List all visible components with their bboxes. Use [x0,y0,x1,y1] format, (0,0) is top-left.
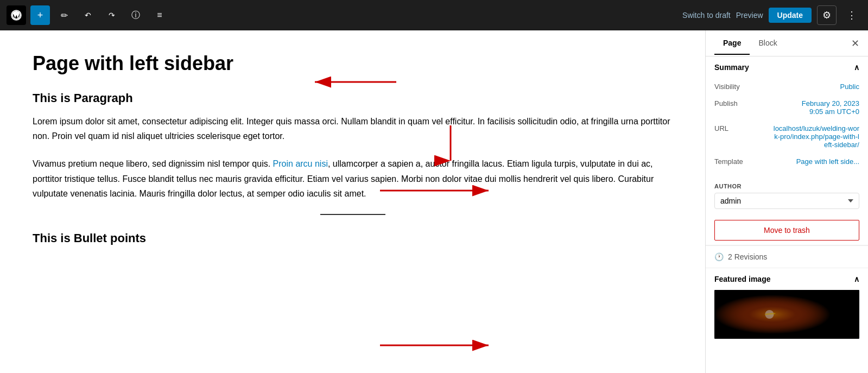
paragraph-link[interactable]: Proin arcu nisi [273,159,328,168]
revisions-label: 2 Revisions [728,252,767,261]
list-icon: ≡ [157,10,162,20]
toolbar-right: Switch to draft Preview Update ⚙ ⋮ [682,5,861,25]
template-label: Template [714,157,743,166]
author-select[interactable]: admin [714,193,859,209]
visibility-label: Visibility [714,83,740,91]
publish-row: Publish February 20, 2023 9:05 am UTC+0 [714,95,859,120]
info-icon: ⓘ [131,10,140,21]
publish-label: Publish [714,99,738,108]
settings-button[interactable]: ⚙ [817,5,837,25]
tab-page[interactable]: Page [714,32,750,55]
info-button[interactable]: ⓘ [126,5,145,25]
featured-image-placeholder[interactable] [714,290,859,339]
switch-to-draft-button[interactable]: Switch to draft [682,11,731,20]
url-value[interactable]: localhost/luzuk/welding-work-pro/index.p… [772,124,859,149]
svg-line-12 [765,313,775,314]
url-row: URL localhost/luzuk/welding-work-pro/ind… [714,120,859,153]
paragraph-1: Lorem ipsum dolor sit amet, consectetur … [33,114,673,143]
visibility-row: Visibility Public [714,78,859,95]
template-row: Template Page with left side... [714,153,859,170]
page-title: Page with left sidebar [33,52,673,75]
gear-icon: ⚙ [822,9,831,21]
summary-section-content: Visibility Public Publish February 20, 2… [706,78,868,179]
more-options-button[interactable]: ⋮ [842,5,861,25]
featured-image-collapse-icon: ∧ [854,275,859,283]
paragraph-2: Vivamus pretium neque libero, sed dignis… [33,156,673,201]
featured-image-label: Featured image [714,275,770,283]
bullet-heading: This is Bullet points [33,231,673,245]
main-area: Page with left sidebar This is Paragraph… [0,30,868,373]
featured-image-section: Featured image ∧ [706,268,868,347]
paragraph-heading: This is Paragraph [33,91,673,105]
redo-icon: ↷ [109,11,115,20]
revisions-icon: 🕐 [714,252,724,261]
editor-area: Page with left sidebar This is Paragraph… [0,30,705,373]
sidebar-panel: Page Block ✕ Summary ∧ Visibility Public [705,30,868,373]
add-button[interactable]: + [30,5,50,25]
plus-icon: + [37,10,43,21]
undo-icon: ↶ [85,11,91,20]
list-view-button[interactable]: ≡ [150,5,169,25]
sidebar-tab-group: Page Block [714,32,786,55]
featured-image-header[interactable]: Featured image ∧ [706,268,868,290]
visibility-value[interactable]: Public [840,83,859,91]
toolbar-left: + ✏ ↶ ↷ ⓘ ≡ [7,5,169,25]
author-section: AUTHOR admin [706,179,868,216]
edit-icon: ✏ [61,10,68,21]
svg-rect-10 [714,290,859,339]
update-button[interactable]: Update [769,8,812,23]
edit-button[interactable]: ✏ [54,5,74,25]
divider [320,214,385,215]
preview-button[interactable]: Preview [736,11,763,20]
summary-section: Summary ∧ Visibility Public Publish Febr… [706,56,868,245]
svg-point-11 [765,310,774,319]
tab-block[interactable]: Block [750,32,785,55]
close-icon: ✕ [851,38,859,49]
wp-logo [7,5,26,25]
move-to-trash-button[interactable]: Move to trash [714,220,859,241]
publish-value[interactable]: February 20, 2023 9:05 am UTC+0 [802,99,859,116]
url-label: URL [714,124,728,132]
svg-rect-9 [714,290,859,339]
undo-button[interactable]: ↶ [78,5,98,25]
sidebar-tabs: Page Block ✕ [706,30,868,56]
summary-section-header[interactable]: Summary ∧ [706,56,868,78]
toolbar: + ✏ ↶ ↷ ⓘ ≡ Switch to draft Preview Upda… [0,0,868,30]
author-label: AUTHOR [714,183,859,189]
collapse-icon: ∧ [854,63,859,72]
annotations-overlay [0,30,705,373]
revisions-row[interactable]: 🕐 2 Revisions [706,245,868,268]
template-value[interactable]: Page with left side... [796,157,859,166]
redo-button[interactable]: ↷ [102,5,122,25]
kebab-icon: ⋮ [847,9,857,21]
summary-label: Summary [714,63,749,72]
close-sidebar-button[interactable]: ✕ [851,37,859,49]
